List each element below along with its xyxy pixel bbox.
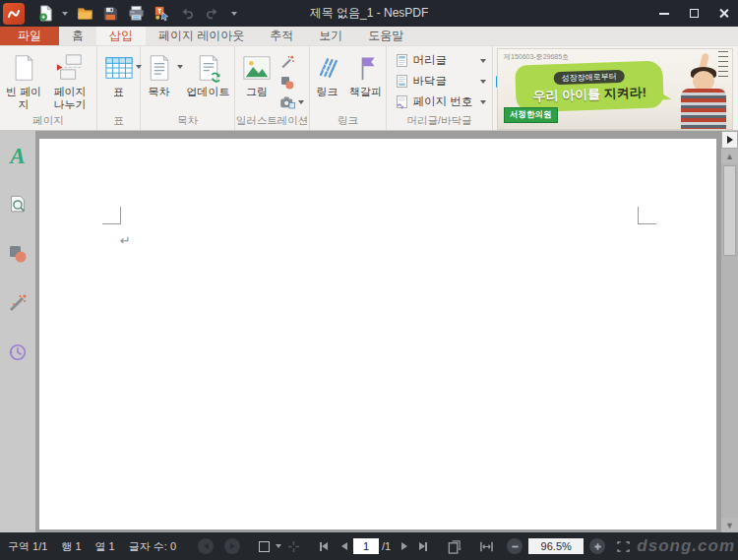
ribbon: 빈 페이지 페이지 나누기 페이지 표 — [0, 46, 738, 131]
edit-mode-button[interactable] — [151, 3, 172, 25]
undo-button[interactable] — [176, 3, 198, 25]
magic-wand-icon — [8, 293, 28, 313]
toc-button[interactable]: 목차 — [143, 49, 176, 98]
quick-access-toolbar — [0, 3, 241, 25]
symbol-wand-button[interactable] — [277, 53, 306, 71]
scroll-down-button[interactable]: ▼ — [721, 518, 738, 532]
ad-child-image — [663, 49, 732, 130]
footer-button[interactable]: 바닥글 — [394, 72, 488, 91]
fit-width-button[interactable] — [476, 536, 497, 556]
pan-tool-button[interactable] — [284, 536, 303, 556]
link-button[interactable]: 링크 — [311, 49, 344, 98]
tab-view[interactable]: 보기 — [306, 27, 355, 45]
picture-icon — [242, 52, 272, 84]
fit-page-icon — [616, 540, 631, 553]
vertical-scrollbar: ▲ ▼ — [721, 131, 738, 532]
redo-button[interactable] — [202, 3, 223, 25]
scrollbar-thumb[interactable] — [723, 165, 736, 256]
ribbon-group-header-footer: 머리글 바닥글 페이지 번호 머리글/바닥글 — [387, 46, 493, 130]
app-window: 제목 없음_1 - NesPDF 파일 홈 삽입 페이지 레이아웃 추적 보기 … — [0, 0, 738, 560]
panel-toggle-button[interactable] — [721, 131, 738, 149]
ad-headline: 우리 아이를 지켜라! — [532, 83, 646, 104]
shapes-tool[interactable] — [5, 241, 31, 267]
last-page-button[interactable] — [416, 536, 430, 556]
toc-update-button[interactable]: 업데이트 — [184, 49, 233, 98]
bookmark-button[interactable]: 책갈피 — [346, 49, 386, 98]
footer-icon — [396, 74, 408, 89]
header-dropdown-caret[interactable] — [480, 59, 486, 63]
ad-tagline: 성장장애로부터 — [553, 69, 624, 85]
close-button[interactable] — [708, 0, 738, 27]
screenshot-button[interactable] — [277, 94, 306, 110]
maximize-button[interactable] — [679, 0, 708, 27]
text-style-icon: A — [10, 145, 25, 167]
document-page[interactable]: ↵ — [39, 139, 716, 529]
margin-corner-mark-right — [638, 207, 656, 224]
table-dropdown-caret[interactable] — [136, 65, 142, 69]
panel-toggle-icon — [727, 136, 733, 144]
zoom-level-input[interactable]: 96.5% — [528, 538, 584, 554]
new-document-dropdown[interactable] — [60, 3, 70, 25]
blank-page-button[interactable]: 빈 페이지 — [3, 49, 44, 111]
view-forward-button[interactable] — [224, 538, 240, 554]
magic-wand-icon — [279, 54, 295, 70]
tab-insert[interactable]: 삽입 — [96, 27, 146, 45]
header-button[interactable]: 머리글 — [394, 51, 488, 70]
open-button[interactable] — [74, 3, 95, 25]
ribbon-group-toc: 목차 업데이트 목차 — [141, 46, 235, 130]
document-search-tool[interactable] — [5, 192, 31, 218]
margin-corner-mark-left — [102, 207, 121, 224]
arrow-right-icon — [230, 543, 235, 549]
table-button[interactable]: 표 — [103, 49, 135, 98]
new-document-button[interactable] — [34, 3, 56, 25]
camera-icon — [279, 95, 295, 109]
qat-customize-dropdown[interactable] — [227, 3, 241, 25]
tab-page-layout[interactable]: 페이지 레이아웃 — [146, 27, 257, 45]
chevron-down-icon — [276, 544, 281, 548]
footer-dropdown-caret[interactable] — [480, 80, 486, 84]
page-number-dropdown-caret[interactable] — [480, 100, 486, 104]
next-page-button[interactable] — [399, 536, 410, 556]
toc-dropdown-caret[interactable] — [177, 65, 183, 69]
tab-file[interactable]: 파일 — [0, 27, 59, 45]
save-button[interactable] — [99, 3, 121, 25]
tab-help[interactable]: 도움말 — [355, 27, 416, 45]
ribbon-tab-bar: 파일 홈 삽입 페이지 레이아웃 추적 보기 도움말 — [0, 27, 738, 46]
tab-track[interactable]: 추적 — [257, 27, 306, 45]
previous-page-button[interactable] — [338, 536, 350, 556]
zoom-out-button[interactable] — [507, 538, 523, 554]
ad-speech-bubble: 성장장애로부터 우리 아이를 지켜라! — [515, 60, 664, 112]
view-back-button[interactable] — [198, 538, 214, 554]
shapes-icon — [8, 244, 28, 264]
ribbon-group-link: 링크 책갈피 링크 — [310, 46, 387, 130]
blank-page-icon — [10, 52, 37, 84]
history-tool[interactable] — [5, 340, 31, 365]
page-break-button[interactable]: 페이지 나누기 — [46, 49, 93, 111]
effects-wand-tool[interactable] — [5, 290, 31, 316]
page-number-input[interactable]: 1 — [353, 538, 379, 554]
minimize-button[interactable] — [649, 0, 679, 27]
ribbon-group-illustration: 그림 일러스트레이션 — [235, 46, 310, 130]
ad-banner[interactable]: 제150603-중29685호 성장장애로부터 우리 아이를 지켜라! 서정한의… — [497, 48, 733, 130]
fit-page-button[interactable] — [613, 536, 634, 556]
rotate-page-button[interactable] — [444, 536, 464, 556]
maximize-icon — [690, 9, 699, 18]
page-break-icon — [55, 52, 85, 84]
zoom-in-button[interactable] — [589, 538, 605, 554]
scroll-up-button[interactable]: ▲ — [721, 149, 738, 163]
scrollbar-track[interactable] — [721, 163, 738, 518]
shapes-button[interactable] — [277, 74, 306, 92]
page-total-label: /1 — [382, 540, 391, 552]
picture-button[interactable]: 그림 — [238, 49, 276, 98]
text-style-tool[interactable]: A — [5, 143, 31, 168]
plus-icon — [593, 542, 602, 551]
app-logo-icon[interactable] — [3, 3, 25, 25]
print-button[interactable] — [125, 3, 147, 25]
tab-home[interactable]: 홈 — [59, 27, 96, 45]
search-document-icon — [8, 195, 28, 215]
page-view-mode-button[interactable] — [256, 536, 273, 556]
first-page-button[interactable] — [317, 536, 331, 556]
page-view-mode-dropdown[interactable] — [273, 536, 284, 556]
screenshot-dropdown-caret[interactable] — [298, 100, 304, 104]
page-number-button[interactable]: 페이지 번호 — [394, 93, 488, 111]
